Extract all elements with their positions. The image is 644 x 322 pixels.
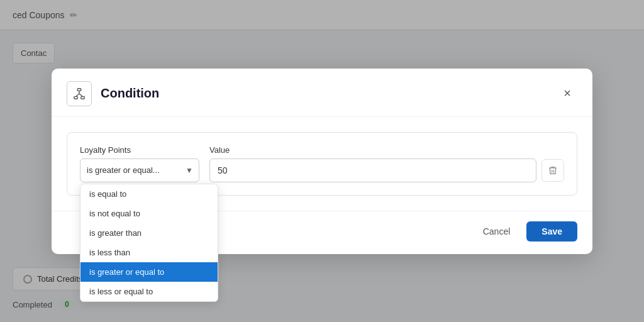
close-button[interactable]: × [557, 84, 577, 104]
field-label-value: Value [209, 145, 564, 155]
modal-body: Loyalty Points is greater or equal... ▼ … [52, 117, 592, 211]
dropdown-item-less-than[interactable]: is less than [80, 243, 218, 262]
svg-line-5 [79, 94, 83, 97]
value-input[interactable] [209, 158, 536, 182]
modal-overlay: Condition × Loyalty Points is greater or… [0, 0, 644, 322]
dropdown-item-equal[interactable]: is equal to [80, 184, 218, 204]
dropdown-item-greater-equal[interactable]: is greater or equal to [80, 262, 218, 282]
svg-rect-0 [77, 88, 81, 91]
condition-modal: Condition × Loyalty Points is greater or… [52, 69, 592, 254]
modal-header: Condition × [52, 69, 592, 117]
field-label-loyalty: Loyalty Points [80, 145, 199, 155]
delete-button[interactable] [541, 159, 564, 182]
operator-field-group: Loyalty Points is greater or equal... ▼ … [80, 145, 199, 182]
save-button[interactable]: Save [526, 221, 577, 242]
condition-fields: Loyalty Points is greater or equal... ▼ … [80, 145, 564, 182]
condition-icon [67, 81, 92, 106]
dropdown-item-not-equal[interactable]: is not equal to [80, 204, 218, 223]
value-row [209, 158, 564, 182]
condition-card: Loyalty Points is greater or equal... ▼ … [67, 132, 577, 196]
svg-rect-1 [74, 96, 78, 99]
svg-rect-2 [81, 96, 85, 99]
trash-icon [548, 165, 558, 175]
modal-title: Condition [101, 86, 548, 101]
value-field-group: Value [209, 145, 564, 182]
dropdown-item-greater-than[interactable]: is greater than [80, 223, 218, 243]
cancel-button[interactable]: Cancel [473, 221, 521, 242]
operator-select[interactable]: is greater or equal... [80, 158, 199, 182]
svg-line-4 [76, 94, 80, 97]
condition-icon-svg [72, 87, 86, 101]
select-wrapper: is greater or equal... ▼ is equal to is … [80, 158, 199, 182]
dropdown-item-less-equal[interactable]: is less or equal to [80, 282, 218, 301]
operator-dropdown: is equal to is not equal to is greater t… [80, 184, 218, 302]
